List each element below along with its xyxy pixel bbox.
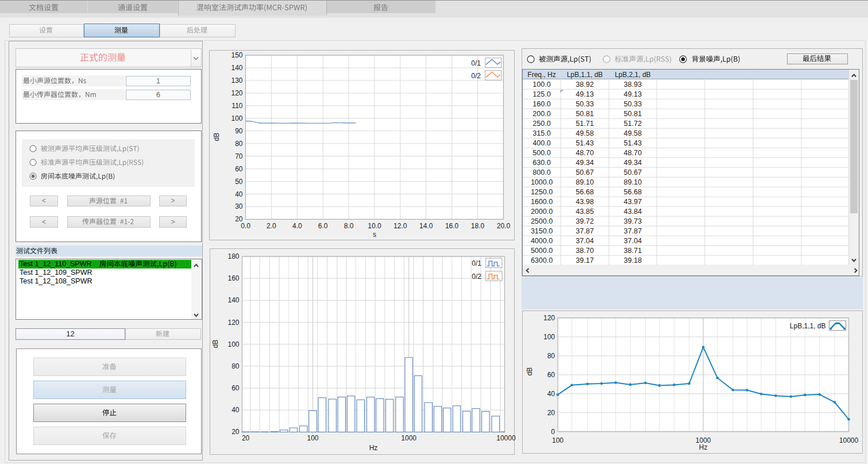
svg-text:400.0: 400.0: [533, 139, 550, 147]
svg-text:0: 0: [551, 427, 555, 435]
svg-text:39.17: 39.17: [576, 256, 593, 264]
svg-text:37.04: 37.04: [624, 237, 642, 245]
svg-text:500.0: 500.0: [533, 149, 550, 157]
svg-text:0/2: 0/2: [471, 72, 481, 80]
svg-text:180: 180: [227, 252, 239, 260]
svg-text:120: 120: [227, 319, 239, 327]
svg-text:50.81: 50.81: [576, 110, 593, 118]
svg-text:1000.0: 1000.0: [531, 178, 553, 186]
svg-text:800.0: 800.0: [533, 168, 550, 177]
svg-text:51.72: 51.72: [624, 120, 642, 128]
svg-text:40: 40: [547, 389, 555, 397]
svg-text:Freq., Hz: Freq., Hz: [527, 71, 555, 79]
svg-text:125.0: 125.0: [533, 90, 550, 98]
svg-text:20.0: 20.0: [497, 222, 511, 230]
svg-text:20: 20: [232, 428, 240, 436]
svg-text:40: 40: [232, 406, 240, 414]
svg-text:89.10: 89.10: [624, 178, 642, 186]
svg-text:39.73: 39.73: [624, 217, 642, 225]
svg-text:60: 60: [547, 370, 555, 378]
svg-text:50.33: 50.33: [576, 100, 593, 108]
svg-text:250.0: 250.0: [533, 120, 550, 128]
svg-text:20: 20: [241, 434, 249, 442]
svg-text:0/1: 0/1: [471, 59, 481, 67]
svg-text:51.43: 51.43: [624, 139, 642, 147]
svg-text:80: 80: [235, 140, 243, 148]
svg-text:51.43: 51.43: [576, 139, 593, 147]
svg-text:dB: dB: [211, 340, 219, 348]
svg-text:140: 140: [231, 64, 242, 72]
svg-text:51.71: 51.71: [576, 120, 593, 128]
svg-text:150: 150: [231, 51, 242, 59]
svg-text:38.70: 38.70: [576, 247, 593, 255]
svg-text:Hz: Hz: [369, 444, 377, 452]
svg-text:39.72: 39.72: [576, 217, 593, 225]
svg-text:60: 60: [235, 165, 243, 173]
svg-text:630.0: 630.0: [533, 159, 550, 167]
svg-text:37.87: 37.87: [624, 227, 642, 235]
svg-text:120: 120: [543, 313, 554, 321]
svg-text:80: 80: [547, 351, 555, 359]
svg-text:50.33: 50.33: [624, 100, 642, 108]
svg-text:LpB,1,1, dB: LpB,1,1, dB: [789, 321, 825, 329]
svg-text:18.0: 18.0: [471, 222, 485, 230]
svg-text:49.34: 49.34: [624, 159, 642, 167]
svg-text:12.0: 12.0: [394, 222, 407, 230]
svg-text:43.98: 43.98: [576, 198, 593, 206]
svg-text:6.0: 6.0: [318, 222, 328, 230]
svg-text:5000.0: 5000.0: [531, 247, 553, 255]
svg-text:50.81: 50.81: [624, 110, 642, 118]
svg-text:140: 140: [227, 296, 239, 304]
svg-text:2000.0: 2000.0: [531, 208, 553, 216]
svg-text:0/1: 0/1: [472, 259, 481, 267]
svg-text:100: 100: [231, 114, 242, 122]
svg-text:2500.0: 2500.0: [531, 217, 553, 225]
svg-text:dB: dB: [526, 367, 534, 375]
svg-text:Hz: Hz: [699, 443, 707, 451]
svg-text:200.0: 200.0: [533, 110, 550, 118]
svg-text:20: 20: [547, 408, 555, 416]
svg-text:14.0: 14.0: [419, 222, 433, 230]
svg-text:38.92: 38.92: [576, 80, 593, 89]
svg-text:120: 120: [231, 89, 242, 97]
svg-text:0/2: 0/2: [472, 273, 481, 281]
svg-text:38.93: 38.93: [624, 80, 642, 89]
svg-text:60: 60: [232, 384, 240, 392]
svg-text:56.68: 56.68: [576, 188, 593, 196]
svg-text:100: 100: [543, 332, 554, 340]
svg-text:110: 110: [232, 102, 242, 110]
svg-text:0.0: 0.0: [241, 222, 250, 230]
svg-text:LpB,2,1, dB: LpB,2,1, dB: [615, 71, 651, 79]
svg-text:4.0: 4.0: [292, 222, 302, 230]
svg-text:100.0: 100.0: [533, 80, 550, 89]
svg-text:100: 100: [307, 434, 318, 442]
svg-text:100: 100: [227, 340, 239, 348]
svg-text:1600.0: 1600.0: [531, 198, 553, 206]
svg-text:3150.0: 3150.0: [531, 227, 553, 235]
svg-text:10.0: 10.0: [368, 222, 381, 230]
svg-text:s: s: [373, 231, 376, 239]
svg-text:80: 80: [232, 362, 240, 370]
svg-text:10000: 10000: [496, 434, 516, 442]
svg-text:6300.0: 6300.0: [531, 256, 553, 264]
svg-text:dB: dB: [213, 133, 221, 141]
svg-text:160: 160: [227, 274, 239, 282]
svg-text:49.58: 49.58: [624, 129, 642, 137]
svg-text:315.0: 315.0: [533, 129, 550, 137]
svg-text:70: 70: [235, 152, 243, 160]
svg-text:48.70: 48.70: [624, 149, 642, 157]
svg-text:37.04: 37.04: [576, 237, 593, 245]
svg-text:43.84: 43.84: [624, 208, 642, 216]
svg-text:43.97: 43.97: [624, 198, 642, 206]
svg-text:90: 90: [235, 127, 243, 135]
svg-text:50.67: 50.67: [576, 168, 593, 177]
svg-text:2.0: 2.0: [267, 222, 276, 230]
svg-text:1250.0: 1250.0: [531, 188, 553, 196]
svg-text:16.0: 16.0: [445, 222, 459, 230]
svg-text:49.34: 49.34: [576, 159, 593, 167]
svg-text:49.58: 49.58: [576, 129, 593, 137]
svg-text:30: 30: [235, 202, 243, 210]
svg-text:49.13: 49.13: [624, 90, 642, 98]
svg-text:1000: 1000: [401, 434, 416, 442]
svg-text:160.0: 160.0: [533, 100, 550, 108]
